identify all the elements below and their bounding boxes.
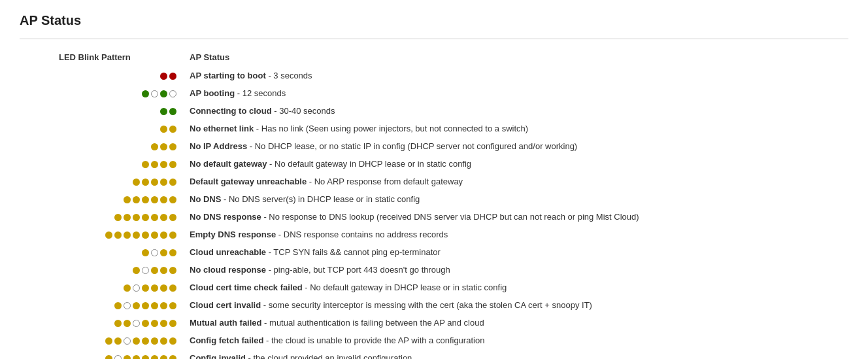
led-dot-yellow bbox=[133, 179, 140, 186]
table-row: Cloud cert time check failed - No defaul… bbox=[59, 281, 848, 295]
status-text: Empty DNS response - DNS response contai… bbox=[190, 228, 848, 241]
led-dot-yellow bbox=[105, 337, 112, 345]
led-dot-yellow bbox=[124, 284, 131, 292]
led-dot-yellow bbox=[124, 355, 131, 360]
led-dot-yellow bbox=[114, 337, 122, 345]
led-dot-yellow bbox=[133, 214, 140, 221]
status-text: No ethernet link - Has no link (Seen usi… bbox=[190, 122, 848, 135]
led-pattern bbox=[59, 249, 190, 256]
led-dot-yellow bbox=[160, 161, 167, 168]
led-dot-yellow bbox=[133, 267, 140, 274]
led-pattern bbox=[59, 126, 190, 133]
status-label: Cloud cert time check failed bbox=[190, 282, 303, 292]
table-row: Cloud unreachable - TCP SYN fails && can… bbox=[59, 245, 848, 260]
status-text: No IP Address - No DHCP lease, or no sta… bbox=[190, 140, 848, 153]
led-dot-yellow bbox=[169, 302, 176, 309]
led-dot-yellow bbox=[114, 320, 122, 327]
led-dot-yellow bbox=[142, 214, 149, 221]
led-dot-yellow bbox=[151, 337, 158, 345]
table-row: No DNS - No DNS server(s) in DHCP lease … bbox=[59, 192, 848, 207]
led-dot-yellow bbox=[151, 355, 158, 360]
table-row: Config fetch failed - the cloud is unabl… bbox=[59, 333, 848, 348]
led-pattern bbox=[59, 179, 190, 186]
led-dot-yellow bbox=[169, 267, 176, 274]
led-dot-green bbox=[160, 90, 167, 97]
status-label: Config fetch failed bbox=[190, 335, 263, 345]
led-dot-yellow bbox=[169, 214, 176, 221]
status-detail: - No ARP response from default gateway bbox=[307, 177, 463, 186]
led-dot-yellow bbox=[133, 196, 140, 203]
divider bbox=[20, 39, 848, 39]
status-detail: - the cloud provided an invalid configur… bbox=[246, 353, 412, 359]
table-row: No DNS response - No response to DNS loo… bbox=[59, 210, 848, 224]
led-dot-yellow bbox=[169, 320, 176, 327]
status-detail: - DNS response contains no address recor… bbox=[276, 230, 448, 239]
led-dot-yellow bbox=[142, 284, 149, 292]
led-dot-yellow bbox=[169, 231, 176, 239]
status-label: No IP Address bbox=[190, 141, 247, 151]
status-detail: - No DHCP lease, or no static IP in conf… bbox=[247, 141, 577, 151]
led-dot-yellow bbox=[114, 214, 122, 221]
led-pattern bbox=[59, 320, 190, 327]
col-status-header: AP Status bbox=[190, 52, 229, 62]
led-dot-yellow bbox=[160, 267, 167, 274]
table-row: Connecting to cloud - 30-40 seconds bbox=[59, 104, 848, 118]
status-text: Cloud cert invalid - some security inter… bbox=[190, 299, 848, 312]
led-dot-yellow bbox=[151, 284, 158, 292]
status-detail: - Has no link (Seen using power injector… bbox=[254, 124, 528, 133]
status-text: Connecting to cloud - 30-40 seconds bbox=[190, 105, 848, 118]
led-dot-yellow bbox=[142, 196, 149, 203]
status-detail: - 12 seconds bbox=[235, 88, 286, 98]
led-dot-yellow bbox=[169, 337, 176, 345]
status-detail: - the cloud is unable to provide the AP … bbox=[263, 335, 484, 345]
status-label: Cloud cert invalid bbox=[190, 300, 261, 310]
led-dot-yellow bbox=[142, 302, 149, 309]
page-title: AP Status bbox=[20, 13, 848, 28]
led-dot-yellow bbox=[142, 337, 149, 345]
status-text: Cloud unreachable - TCP SYN fails && can… bbox=[190, 246, 848, 259]
status-detail: - 3 seconds bbox=[266, 71, 312, 80]
led-pattern bbox=[59, 214, 190, 221]
table-row: No default gateway - No default gateway … bbox=[59, 157, 848, 171]
led-dot-yellow bbox=[151, 179, 158, 186]
led-dot-outline bbox=[169, 90, 176, 97]
status-text: No cloud response - ping-able, but TCP p… bbox=[190, 264, 848, 277]
led-dot-yellow bbox=[169, 179, 176, 186]
led-dot-yellow bbox=[160, 179, 167, 186]
led-pattern bbox=[59, 337, 190, 345]
led-dot-yellow bbox=[124, 196, 131, 203]
col-led-header: LED Blink Pattern bbox=[59, 52, 190, 62]
led-dot-yellow bbox=[169, 126, 176, 133]
led-pattern bbox=[59, 196, 190, 203]
led-dot-yellow bbox=[124, 320, 131, 327]
led-dot-yellow bbox=[151, 320, 158, 327]
led-pattern bbox=[59, 231, 190, 239]
led-dot-outline bbox=[151, 249, 158, 256]
table-row: No IP Address - No DHCP lease, or no sta… bbox=[59, 139, 848, 154]
status-label: Empty DNS response bbox=[190, 230, 276, 239]
led-dot-yellow bbox=[142, 179, 149, 186]
status-label: No ethernet link bbox=[190, 124, 254, 133]
led-dot-green bbox=[142, 90, 149, 97]
led-pattern bbox=[59, 90, 190, 97]
led-dot-yellow bbox=[160, 337, 167, 345]
status-text: AP booting - 12 seconds bbox=[190, 87, 848, 100]
status-label: No default gateway bbox=[190, 159, 267, 169]
status-detail: - No response to DNS lookup (received DN… bbox=[261, 212, 639, 222]
led-pattern bbox=[59, 267, 190, 274]
status-label: Connecting to cloud bbox=[190, 106, 272, 116]
led-dot-yellow bbox=[169, 355, 176, 360]
status-text: Default gateway unreachable - No ARP res… bbox=[190, 175, 848, 188]
table-row: AP booting - 12 seconds bbox=[59, 86, 848, 101]
status-detail: - No default gateway in DHCP lease or in… bbox=[267, 159, 471, 169]
status-label: Mutual auth failed bbox=[190, 318, 262, 328]
header-row: LED Blink Pattern AP Status bbox=[59, 52, 848, 62]
led-dot-yellow bbox=[169, 249, 176, 256]
status-detail: - mutual authentication is failing betwe… bbox=[262, 318, 484, 328]
table-row: Mutual auth failed - mutual authenticati… bbox=[59, 316, 848, 330]
status-text: No default gateway - No default gateway … bbox=[190, 158, 848, 171]
status-label: AP starting to boot bbox=[190, 71, 266, 80]
led-dot-yellow bbox=[160, 320, 167, 327]
status-label: No DNS bbox=[190, 194, 221, 204]
table-row: Empty DNS response - DNS response contai… bbox=[59, 228, 848, 242]
